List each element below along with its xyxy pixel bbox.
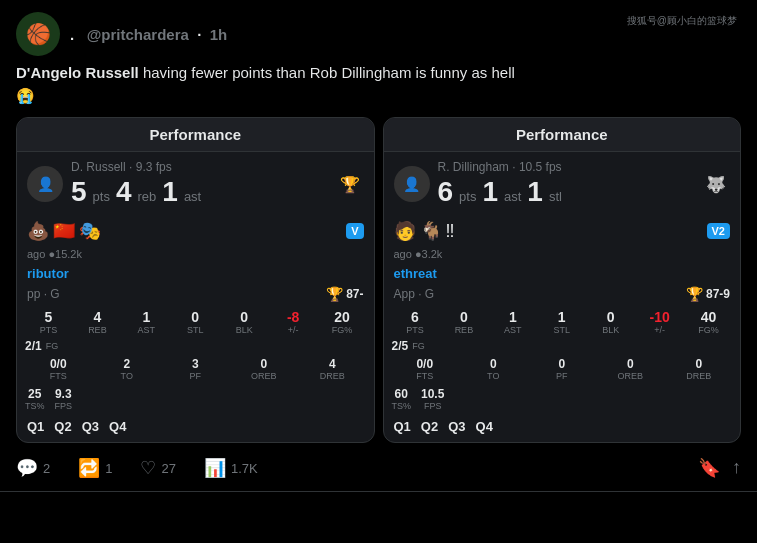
lakers-badge-2: 🏆 87-9: [686, 286, 730, 302]
player-name-fps-1: D. Russell · 9.3 fps: [71, 160, 328, 174]
stat-fg-1: 20 FG%: [319, 309, 366, 335]
vizzy-badge-2: V2: [707, 223, 730, 239]
tweet-actions: 💬 2 🔁 1 ♡ 27 📊 1.7K 🔖 ↑: [16, 453, 741, 479]
emoji-6: ‼️: [446, 221, 455, 242]
app-line-1: pp · G 🏆 87-: [17, 283, 374, 305]
card-header-2: Performance: [384, 118, 741, 152]
quarters-row-2: Q1 Q2 Q3 Q4: [384, 415, 741, 442]
lakers-badge-1: 🏆 87-: [326, 286, 363, 302]
quarters-row-1: Q1 Q2 Q3 Q4: [17, 415, 374, 442]
player-stats-main-1: 5pts 4reb 1ast: [71, 176, 328, 208]
contributor-2: ethreat: [384, 264, 741, 283]
player-stats-main-2: 6pts 1ast 1stl: [438, 176, 695, 208]
retweet-action[interactable]: 🔁 1: [78, 457, 112, 479]
reply-action[interactable]: 💬 2: [16, 457, 50, 479]
player-details-1: D. Russell · 9.3 fps 5pts 4reb 1ast: [71, 160, 328, 208]
emoji-2: 🇨🇳: [53, 220, 75, 242]
share-icon[interactable]: ↑: [732, 457, 741, 479]
ago-views-1: ago ●15.2k: [17, 246, 374, 264]
performance-cards: Performance 👤 D. Russell · 9.3 fps 5pts …: [16, 117, 741, 443]
retweet-icon: 🔁: [78, 457, 100, 479]
views-count: 1.7K: [231, 461, 258, 476]
stat-pm-1: -8 +/-: [270, 309, 317, 335]
player-details-2: R. Dillingham · 10.5 fps 6pts 1ast 1stl: [438, 160, 695, 208]
ago-views-2: ago ●3.2k: [384, 246, 741, 264]
share-actions: 🔖 ↑: [698, 457, 741, 479]
player-info-1: 👤 D. Russell · 9.3 fps 5pts 4reb 1ast 🏆: [17, 152, 374, 216]
display-name: . @pritchardera · 1h: [70, 26, 227, 43]
fg-lbl-2: FG: [412, 341, 425, 351]
stat-stl-1: 0 STL: [172, 309, 219, 335]
like-action[interactable]: ♡ 27: [140, 457, 175, 479]
tweet: 搜狐号@顾小白的篮球梦 🏀 . @pritchardera · 1h D'Ang…: [0, 0, 757, 492]
emoji-4: 🧑: [394, 220, 416, 242]
tweet-time: 1h: [210, 26, 228, 43]
user-info: . @pritchardera · 1h: [70, 26, 227, 43]
fg-lbl-1: FG: [46, 341, 59, 351]
views-icon: 📊: [204, 457, 226, 479]
retweet-count: 1: [105, 461, 112, 476]
heart-icon: ♡: [140, 457, 156, 479]
card-header-1: Performance: [17, 118, 374, 152]
watermark: 搜狐号@顾小白的篮球梦: [627, 14, 737, 27]
player-card-russell: Performance 👤 D. Russell · 9.3 fps 5pts …: [16, 117, 375, 443]
reply-icon: 💬: [16, 457, 38, 479]
stat-blk-1: 0 BLK: [221, 309, 268, 335]
emojis-row-2: 🧑 🐐 ‼️ V2: [384, 216, 741, 246]
vizzy-badge-1: V: [346, 223, 363, 239]
stats-grid-bottom-2: 0/0 FTS 0 TO 0 PF 0 OREB 0 DREB: [384, 355, 741, 385]
stats-grid-2: 6 PTS 0 REB 1 AST 1 STL 0 BLK: [384, 305, 741, 337]
tweet-text: D'Angelo Russell having fewer points tha…: [16, 62, 741, 107]
fg-val-1: 2/1: [25, 339, 42, 353]
fg-val-2: 2/5: [392, 339, 409, 353]
team-logo-2: 🐺: [702, 170, 730, 198]
emoji-3: 🎭: [79, 220, 101, 242]
stats-grid-1: 5 PTS 4 REB 1 AST 0 STL 0 BLK: [17, 305, 374, 337]
like-count: 27: [161, 461, 175, 476]
stat-ast-1: 1 AST: [123, 309, 170, 335]
player-avatar-2: 👤: [394, 166, 430, 202]
player-card-dillingham: Performance 👤 R. Dillingham · 10.5 fps 6…: [383, 117, 742, 443]
player-name-fps-2: R. Dillingham · 10.5 fps: [438, 160, 695, 174]
team-logo-1: 🏆: [336, 170, 364, 198]
bookmark-icon[interactable]: 🔖: [698, 457, 720, 479]
emoji-1: 💩: [27, 220, 49, 242]
avatar: 🏀: [16, 12, 60, 56]
stat-reb-1: 4 REB: [74, 309, 121, 335]
emojis-row-1: 💩 🇨🇳 🎭 V: [17, 216, 374, 246]
player-avatar-1: 👤: [27, 166, 63, 202]
username[interactable]: @pritchardera: [87, 26, 189, 43]
emoji-5: 🐐: [420, 220, 442, 242]
views-action[interactable]: 📊 1.7K: [204, 457, 258, 479]
stats-grid-bottom-1: 0/0 FTS 2 TO 3 PF 0 OREB 4 DREB: [17, 355, 374, 385]
reply-count: 2: [43, 461, 50, 476]
contributor-1: ributor: [17, 264, 374, 283]
app-line-2: App · G 🏆 87-9: [384, 283, 741, 305]
player-info-2: 👤 R. Dillingham · 10.5 fps 6pts 1ast 1st…: [384, 152, 741, 216]
stat-pts-1: 5 PTS: [25, 309, 72, 335]
